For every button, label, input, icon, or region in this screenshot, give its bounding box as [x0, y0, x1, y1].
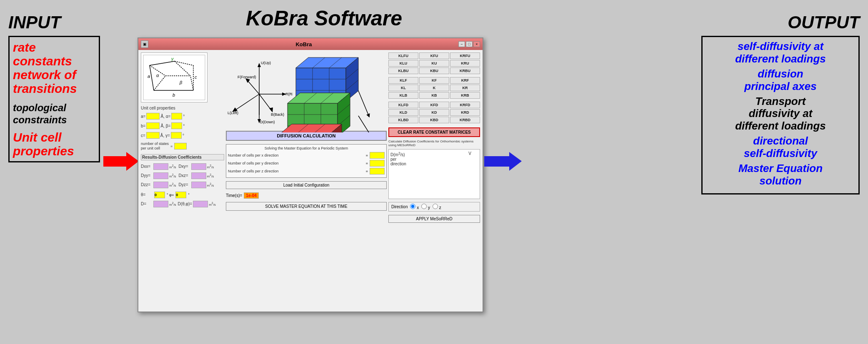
- dzz-unit: m2/s: [169, 182, 176, 187]
- titlebar: ▣ KoBra − □ ×: [138, 38, 483, 50]
- num-states-input[interactable]: [174, 143, 187, 150]
- output-item-4: directionalself-diffusivity: [706, 135, 855, 160]
- k-cell-krbu: KRBU: [450, 67, 480, 74]
- clear-rate-btn[interactable]: CLEAR RATE CONSTANT MATRICES: [388, 127, 480, 137]
- k-cell-kfd: KFD: [419, 102, 449, 108]
- svg-text:L(Left): L(Left): [228, 111, 238, 115]
- dtheta-unit: m2/s: [209, 202, 216, 207]
- apply-mesorred-btn[interactable]: APPLY MeSoRReD: [388, 215, 480, 223]
- input-section: INPUT rate constants network of transiti…: [8, 12, 100, 162]
- d-unit: m2/s: [169, 202, 176, 207]
- k-cell-klbu: KLBU: [388, 67, 418, 74]
- radio-y-label[interactable]: y: [421, 204, 430, 210]
- c-angstrom: Å, γ=: [160, 133, 170, 138]
- svg-text:b: b: [173, 92, 175, 97]
- dxy-input[interactable]: [191, 163, 206, 170]
- dxx-label: Dxx=: [141, 164, 153, 169]
- cells-z-eq: =: [366, 169, 368, 173]
- svg-marker-75: [484, 152, 522, 171]
- cells-x-input[interactable]: [370, 152, 385, 159]
- window-icon: ▣: [141, 40, 148, 48]
- b-deg: °: [183, 124, 185, 128]
- cells-z-input[interactable]: [370, 168, 385, 174]
- a-value-input[interactable]: [146, 113, 160, 120]
- dtheta-label: D(θ,φ)=: [178, 202, 193, 206]
- dyy-unit: m2/s: [169, 173, 176, 178]
- dxz-unit: m2/s: [207, 173, 214, 178]
- gamma-value-input[interactable]: [171, 132, 182, 139]
- right-panel: KLFU KFU KRFU KLU KU KRU KLBU KBU KRBU K…: [388, 52, 480, 309]
- output-box: self-diffusivity atdifferent loadings di…: [701, 36, 860, 194]
- a-angstrom: Å, α=: [160, 114, 170, 119]
- radio-x[interactable]: [410, 204, 415, 209]
- theta-input[interactable]: [154, 192, 165, 198]
- dyz-unit: m2/s: [207, 182, 214, 187]
- d-result-label: D(m2/s)perdirection: [390, 151, 406, 166]
- cells-y-eq: =: [366, 161, 368, 165]
- radio-z-label[interactable]: z: [433, 204, 441, 210]
- prop-a-row: a= Å, α= °: [141, 113, 224, 120]
- d-input[interactable]: [153, 201, 168, 207]
- b-value-input[interactable]: [146, 122, 160, 129]
- k-cell-klfu: KLFU: [388, 52, 418, 59]
- num-states-label: number of statesper unit cell: [141, 142, 169, 151]
- output-item-1: self-diffusivity atdifferent loadings: [706, 40, 855, 65]
- cells-y-input[interactable]: [370, 160, 385, 167]
- k-cell-kbu: KBU: [419, 67, 449, 74]
- dyy-input[interactable]: [153, 172, 168, 179]
- dzz-input[interactable]: [153, 182, 168, 188]
- k-cell-kld: KLD: [388, 109, 418, 116]
- dyy-label: Dyy=: [141, 173, 153, 178]
- close-btn[interactable]: ×: [473, 41, 480, 47]
- output-item-2: diffusionprincipal axes: [706, 68, 855, 93]
- k-cell-krbd: KRBD: [450, 117, 480, 123]
- svg-line-73: [358, 116, 369, 132]
- titlebar-controls: − □ ×: [458, 41, 480, 47]
- input-title: INPUT: [8, 12, 100, 32]
- results-label: Results-Diffusion Coefficients: [141, 154, 224, 160]
- svg-text:a: a: [148, 74, 150, 79]
- svg-marker-0: [103, 152, 139, 171]
- k-cell-klfd: KLFD: [388, 102, 418, 108]
- c-label: c=: [141, 133, 145, 138]
- dxx-input[interactable]: [153, 163, 168, 170]
- k-matrix-bot: KLFD KFD KRFD KLD KD KRD KLBD KBD KRBD: [388, 102, 480, 123]
- k-cell-kd: KD: [419, 109, 449, 116]
- alpha-value-input[interactable]: [171, 113, 182, 120]
- dyz-label: Dyz=: [179, 182, 190, 187]
- cells-x-label: Number of cells per x direction: [228, 153, 364, 157]
- dxz-input[interactable]: [191, 172, 206, 179]
- maximize-btn[interactable]: □: [466, 41, 473, 47]
- minimize-btn[interactable]: −: [458, 41, 465, 47]
- kobra-header-title: KoBra Software: [246, 6, 402, 30]
- dyz-input[interactable]: [191, 182, 206, 188]
- dtheta-input[interactable]: [193, 201, 208, 207]
- a-deg: °: [183, 114, 185, 119]
- dxx-unit: m2/s: [169, 164, 176, 169]
- beta-value-input[interactable]: [171, 122, 182, 129]
- b-label: b=: [141, 124, 145, 128]
- k-matrix-mid: KLF KF KRF KL K KR KLB KB KRB: [388, 77, 480, 99]
- radio-x-label[interactable]: x: [410, 204, 419, 210]
- cells-x-row: Number of cells per x direction =: [228, 152, 385, 159]
- radio-z[interactable]: [433, 204, 438, 209]
- dxy-label: Dxy=: [179, 164, 190, 169]
- time-value: 1e-04: [244, 192, 259, 199]
- cubes-svg: [246, 49, 371, 132]
- solve-master-btn[interactable]: SOLVE MASTER EQUATION AT THIS TIME: [226, 202, 387, 211]
- radio-y[interactable]: [421, 204, 427, 209]
- k-cell-krd: KRD: [450, 109, 480, 116]
- output-item-3: Transportdiffusivity atdifferent loading…: [706, 95, 855, 133]
- load-initial-btn[interactable]: Load Initial Configuration: [226, 181, 387, 189]
- k-cell-kfu: KFU: [419, 52, 449, 59]
- k-cell-klf: KLF: [388, 77, 418, 84]
- svg-text:α: α: [156, 73, 159, 78]
- c-value-input[interactable]: [146, 132, 160, 139]
- svg-text:β: β: [179, 80, 183, 85]
- prop-c-row: c= Å, γ= °: [141, 132, 224, 139]
- prop-b-row: b= Å, β= °: [141, 122, 224, 129]
- phi-deg: °: [188, 193, 190, 197]
- phi-input[interactable]: [175, 192, 186, 198]
- dxz-label: Dxz=: [179, 173, 190, 178]
- d-row: D= m2/s D(θ,φ)= m2/s: [141, 201, 224, 207]
